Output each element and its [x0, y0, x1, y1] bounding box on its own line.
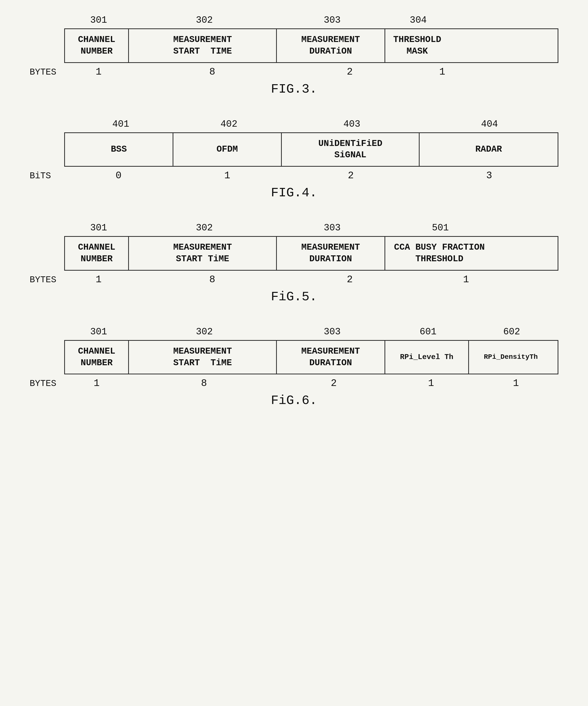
fig5-caption: FiG.5. [30, 290, 558, 304]
ref-302: 302 [131, 15, 278, 26]
ref-f5-303: 303 [278, 223, 386, 233]
fig4-bits-row: BiTS 0 1 2 3 [30, 170, 558, 181]
ref-f5-301: 301 [67, 223, 131, 233]
ref-f6-303: 303 [278, 326, 386, 337]
fig6-bytes-label: BYTES [30, 379, 59, 389]
ref-f6-601: 601 [386, 326, 470, 337]
fig5-bytes-2: 2 [292, 274, 408, 285]
ref-301: 301 [67, 15, 131, 26]
fig3-caption: FIG.3. [30, 82, 558, 96]
fig5-block: 301 302 303 501 CHANNELNUMBER MEASUREMEN… [30, 223, 558, 304]
fig6-caption: FiG.6. [30, 393, 558, 408]
fig6-cell-md: MEASUREMENTDURATION [277, 341, 385, 374]
fig3-bytes-1: 1 [64, 67, 133, 78]
ref-404: 404 [421, 119, 558, 129]
ref-402: 402 [175, 119, 283, 129]
ref-f5-302: 302 [131, 223, 278, 233]
fig3-block: 301 302 303 304 CHANNELNUMBER MEASUREMEN… [30, 15, 558, 96]
fig5-table: CHANNELNUMBER MEASUREMENTSTART TiME MEAS… [64, 236, 558, 271]
fig4-bits-3: 3 [420, 170, 558, 181]
fig4-table: BSS OFDM UNiDENTiFiEDSiGNAL RADAR [64, 132, 558, 167]
fig4-bits-0: 0 [64, 170, 173, 181]
fig3-cell-threshold-mask: THRESHOLDMASK [385, 29, 449, 62]
fig6-bytes-1c: 1 [473, 378, 558, 389]
fig6-block: 301 302 303 601 602 CHANNELNUMBER MEASUR… [30, 326, 558, 408]
ref-401: 401 [67, 119, 175, 129]
fig6-bytes-1b: 1 [389, 378, 474, 389]
fig6-table: CHANNELNUMBER MEASUREMENTSTART TiME MEAS… [64, 340, 558, 375]
fig5-cell-cca: CCA BUSY FRACTIONTHRESHOLD [385, 237, 494, 270]
fig4-bits-1: 1 [173, 170, 281, 181]
ref-304: 304 [386, 15, 450, 26]
fig3-bytes-2: 2 [292, 67, 408, 78]
fig3-bytes-8: 8 [133, 67, 291, 78]
fig3-cell-channel: CHANNELNUMBER [65, 29, 129, 62]
fig3-cell-md: MEASUREMENTDURATiON [277, 29, 385, 62]
fig4-bits-label: BiTS [30, 171, 59, 181]
fig6-bytes-1: 1 [64, 378, 129, 389]
fig4-bits-2: 2 [281, 170, 420, 181]
fig5-bytes-1b: 1 [408, 274, 524, 285]
ref-f5-501: 501 [386, 223, 495, 233]
fig6-cell-channel: CHANNELNUMBER [65, 341, 129, 374]
fig4-cell-ofdm: OFDM [173, 133, 282, 166]
fig5-bytes-row: BYTES 1 8 2 1 [30, 274, 558, 285]
fig6-ref-row: 301 302 303 601 602 [30, 326, 558, 337]
fig6-bytes-8: 8 [129, 378, 279, 389]
ref-f6-302: 302 [131, 326, 278, 337]
fig3-bytes-label: BYTES [30, 67, 59, 77]
ref-f6-602: 602 [470, 326, 553, 337]
ref-403: 403 [283, 119, 421, 129]
fig5-bytes-8: 8 [133, 274, 291, 285]
fig4-cell-radar: RADAR [420, 133, 558, 166]
fig6-cell-mst: MEASUREMENTSTART TiME [129, 341, 277, 374]
fig5-cell-mst: MEASUREMENTSTART TiME [129, 237, 277, 270]
fig3-ref-row: 301 302 303 304 [30, 15, 558, 26]
fig6-cell-rpi-density: RPi_DensityTh [469, 341, 553, 374]
fig4-caption: FIG.4. [30, 186, 558, 200]
fig5-cell-md: MEASUREMENTDURATION [277, 237, 385, 270]
fig3-bytes-1b: 1 [408, 67, 477, 78]
fig6-cell-rpi-level: RPi_Level Th [385, 341, 469, 374]
fig4-cell-bss: BSS [65, 133, 173, 166]
fig5-ref-row: 301 302 303 501 [30, 223, 558, 233]
fig6-bytes-row: BYTES 1 8 2 1 1 [30, 378, 558, 389]
fig4-ref-row: 401 402 403 404 [30, 119, 558, 129]
fig5-bytes-label: BYTES [30, 275, 59, 285]
fig3-bytes-row: BYTES 1 8 2 1 [30, 67, 558, 78]
ref-303: 303 [278, 15, 386, 26]
fig5-cell-channel: CHANNELNUMBER [65, 237, 129, 270]
fig3-cell-mst: MEASUREMENTSTART TIME [129, 29, 277, 62]
ref-f6-301: 301 [67, 326, 131, 337]
fig4-cell-unidentified: UNiDENTiFiEDSiGNAL [282, 133, 420, 166]
fig4-block: 401 402 403 404 BSS OFDM UNiDENTiFiEDSiG… [30, 119, 558, 200]
fig5-bytes-1: 1 [64, 274, 133, 285]
fig6-bytes-2: 2 [279, 378, 389, 389]
fig3-table: CHANNELNUMBER MEASUREMENTSTART TIME MEAS… [64, 28, 558, 63]
